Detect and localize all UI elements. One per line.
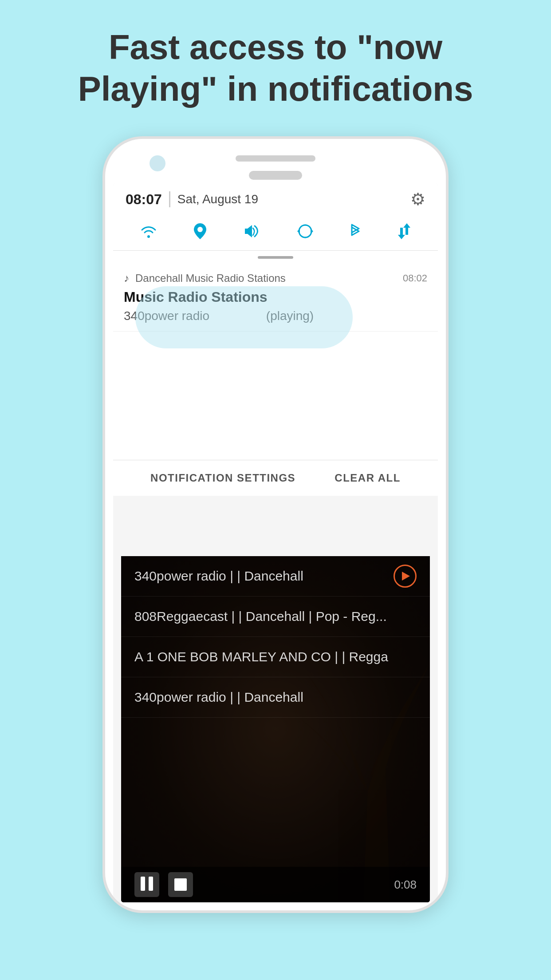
phone-speaker	[236, 155, 315, 162]
data-transfer-icon[interactable]	[398, 223, 410, 243]
location-icon[interactable]	[194, 223, 206, 243]
svg-point-0	[197, 227, 203, 232]
phone-shell: 08:07 Sat, August 19 ⚙	[102, 136, 449, 913]
pause-button[interactable]	[134, 872, 159, 897]
phone-camera	[150, 155, 165, 171]
notification-empty-area	[113, 332, 438, 460]
phone-top-decor	[105, 139, 446, 188]
sync-icon[interactable]	[297, 223, 313, 243]
svg-marker-1	[311, 229, 313, 234]
notification-station: 340power radio	[124, 309, 209, 323]
notification-title: Music Radio Stations	[124, 289, 427, 305]
status-time: 08:07	[126, 191, 162, 208]
list-item[interactable]: A 1 ONE BOB MARLEY AND CO | | Regga	[121, 637, 430, 677]
list-item[interactable]: 340power radio | | Dancehall	[121, 556, 430, 597]
notification-card[interactable]: ♪ Dancehall Music Radio Stations 08:02 M…	[113, 264, 438, 332]
station-name: 340power radio | | Dancehall	[134, 569, 303, 583]
quick-settings-row	[113, 215, 438, 251]
phone-home-pill	[249, 171, 302, 180]
notification-subtitle: 340power radio (playing)	[124, 309, 427, 323]
wifi-icon[interactable]	[141, 224, 157, 241]
station-name: 340power radio | | Dancehall	[134, 690, 303, 704]
settings-icon[interactable]: ⚙	[410, 190, 425, 209]
playback-time: 0:08	[394, 878, 417, 892]
notification-time: 08:02	[403, 273, 427, 284]
play-button[interactable]	[394, 565, 417, 588]
radio-station-list: 340power radio | | Dancehall 808Reggaeca…	[121, 556, 430, 867]
status-divider	[169, 191, 170, 207]
headline-line2: Playing" in notifications	[78, 69, 473, 108]
notification-settings-button[interactable]: NOTIFICATION SETTINGS	[150, 472, 295, 484]
main-headline: Fast access to "now Playing" in notifica…	[43, 27, 509, 110]
notification-area: ♪ Dancehall Music Radio Stations 08:02 M…	[113, 264, 438, 496]
bluetooth-icon[interactable]	[350, 223, 360, 243]
svg-marker-2	[297, 229, 300, 234]
drag-handle	[113, 251, 438, 264]
clear-all-button[interactable]: CLEAR ALL	[335, 472, 401, 484]
music-note-icon: ♪	[124, 272, 129, 285]
notification-header: ♪ Dancehall Music Radio Stations 08:02	[124, 272, 427, 285]
notification-actions-bar: NOTIFICATION SETTINGS CLEAR ALL	[113, 460, 438, 496]
list-item[interactable]: 808Reggaecast | | Dancehall | Pop - Reg.…	[121, 597, 430, 637]
station-name: 808Reggaecast | | Dancehall | Pop - Reg.…	[134, 609, 387, 624]
playback-controls	[134, 872, 193, 897]
list-item[interactable]: 340power radio | | Dancehall	[121, 677, 430, 718]
stop-button[interactable]	[168, 872, 193, 897]
pause-icon	[141, 877, 153, 893]
stop-icon	[174, 878, 187, 891]
status-date: Sat, August 19	[177, 192, 258, 206]
phone-mockup: 08:07 Sat, August 19 ⚙	[102, 136, 449, 913]
drag-handle-bar	[258, 256, 293, 259]
phone-screen: 08:07 Sat, August 19 ⚙	[113, 183, 438, 902]
app-radio-screen: 340power radio | | Dancehall 808Reggaeca…	[121, 556, 430, 902]
volume-icon[interactable]	[244, 224, 260, 242]
status-bar: 08:07 Sat, August 19 ⚙	[113, 183, 438, 215]
playback-bar: 0:08	[121, 867, 430, 902]
status-bar-left: 08:07 Sat, August 19	[126, 191, 258, 208]
notification-status: (playing)	[266, 309, 314, 323]
headline-line1: Fast access to "now	[109, 28, 442, 67]
station-name: A 1 ONE BOB MARLEY AND CO | | Regga	[134, 649, 388, 664]
notification-app-name: Dancehall Music Radio Stations	[135, 272, 403, 285]
